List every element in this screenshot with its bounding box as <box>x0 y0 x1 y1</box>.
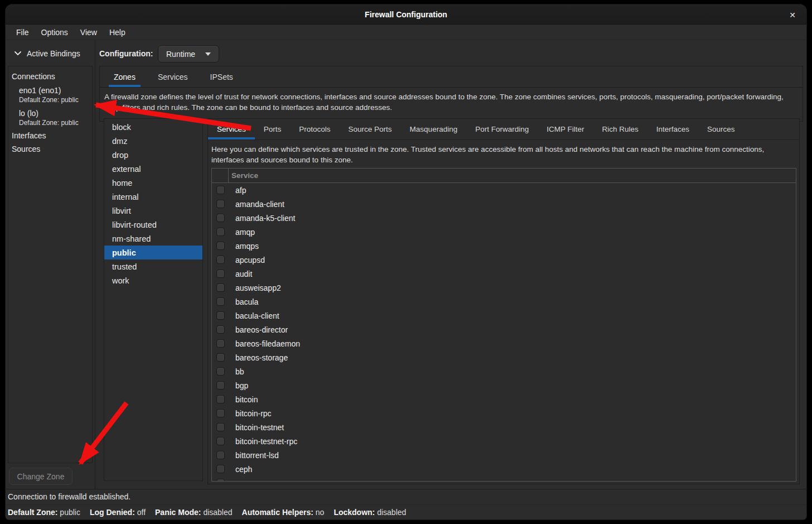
service-checkbox[interactable] <box>216 479 225 482</box>
service-checkbox[interactable] <box>216 353 225 362</box>
configuration-value: Runtime <box>166 50 195 59</box>
menubar: FileOptionsViewHelp <box>6 25 806 40</box>
zone-list-item[interactable]: dmz <box>104 134 202 148</box>
table-row[interactable]: ausweisapp2 <box>212 281 796 295</box>
table-row[interactable]: amanda-client <box>212 197 796 211</box>
service-name: bb <box>235 367 244 376</box>
connection-item[interactable]: lo (lo) Default Zone: public <box>19 108 92 129</box>
zone-list-item[interactable]: work <box>104 273 202 287</box>
table-row[interactable]: bareos-director <box>212 323 796 336</box>
connection-item[interactable]: eno1 (eno1) Default Zone: public <box>19 85 92 106</box>
service-name: bitcoin-rpc <box>235 409 272 418</box>
service-checkbox[interactable] <box>216 423 225 431</box>
table-row[interactable]: bitcoin <box>212 392 796 406</box>
zone-settings-tab[interactable]: ICMP Filter <box>538 119 593 140</box>
service-checkbox[interactable] <box>216 381 225 390</box>
status-field: Automatic Helpers: no <box>242 508 325 517</box>
zone-list-item[interactable]: nm-shared <box>104 232 202 246</box>
service-checkbox[interactable] <box>216 395 225 403</box>
menu-item[interactable]: Help <box>103 26 132 39</box>
zone-list-item[interactable]: trusted <box>104 259 202 273</box>
menu-item[interactable]: File <box>10 26 35 39</box>
service-checkbox[interactable] <box>216 465 225 473</box>
active-bindings-expander[interactable]: Active Bindings <box>14 49 80 58</box>
zone-settings-tab[interactable]: Services <box>208 119 255 140</box>
tree-item-interfaces[interactable]: Interfaces <box>12 129 92 142</box>
service-checkbox[interactable] <box>216 437 225 445</box>
table-row[interactable]: apcupsd <box>212 253 796 267</box>
zone-settings-tab[interactable]: Port Forwarding <box>466 119 538 140</box>
menu-item[interactable]: Options <box>35 26 74 39</box>
table-row[interactable]: bareos-filedaemon <box>212 336 796 350</box>
change-zone-button[interactable]: Change Zone <box>9 468 72 485</box>
active-bindings-label: Active Bindings <box>27 49 80 58</box>
titlebar[interactable]: Firewall Configuration ✕ <box>6 4 806 25</box>
zone-settings-tab-label: Sources <box>707 125 735 133</box>
zone-settings-tab[interactable]: Protocols <box>290 119 339 140</box>
status-field-value: disabled <box>203 508 232 517</box>
table-row[interactable]: bacula-client <box>212 309 796 323</box>
service-checkbox[interactable] <box>216 228 225 236</box>
zone-list-item[interactable]: internal <box>104 190 202 204</box>
service-checkbox[interactable] <box>216 297 225 306</box>
zone-settings-tab[interactable]: Rich Rules <box>593 119 647 140</box>
service-checkbox[interactable] <box>216 256 225 264</box>
close-icon[interactable]: ✕ <box>786 9 799 21</box>
connection-name[interactable]: lo (lo) <box>19 108 92 119</box>
service-checkbox[interactable] <box>216 214 225 222</box>
service-checkbox[interactable] <box>216 200 225 208</box>
dropdown-caret-icon <box>205 52 211 56</box>
services-table-body: afp amanda-client amanda-k5-client <box>212 183 796 476</box>
service-checkbox[interactable] <box>216 325 225 334</box>
service-checkbox[interactable] <box>216 311 225 320</box>
table-row[interactable]: bitcoin-rpc <box>212 406 796 420</box>
table-row[interactable]: bacula <box>212 295 796 309</box>
tree-item-connections[interactable]: Connections <box>12 70 92 83</box>
table-row[interactable]: afp <box>212 183 796 197</box>
tree-item-sources[interactable]: Sources <box>12 142 92 156</box>
service-checkbox[interactable] <box>216 367 225 376</box>
zone-settings-tab[interactable]: Source Ports <box>340 119 401 140</box>
table-row[interactable]: bittorrent-lsd <box>212 448 796 462</box>
service-checkbox[interactable] <box>216 451 225 459</box>
zone-list-item[interactable]: public <box>104 246 202 259</box>
zone-list-item[interactable]: external <box>104 162 202 176</box>
table-row[interactable]: bareos-storage <box>212 350 796 364</box>
zone-list-item[interactable]: libvirt <box>104 204 202 218</box>
zone-settings-tab[interactable]: Masquerading <box>401 119 467 140</box>
table-row[interactable]: amanda-k5-client <box>212 211 796 225</box>
table-row[interactable]: bitcoin-testnet-rpc <box>212 434 796 448</box>
table-row[interactable]: amqps <box>212 239 796 253</box>
zone-list-item[interactable]: home <box>104 176 202 190</box>
main-tab[interactable]: Services <box>153 66 193 87</box>
table-row-partial[interactable] <box>212 476 796 482</box>
connection-name[interactable]: eno1 (eno1) <box>19 85 92 96</box>
service-checkbox[interactable] <box>216 339 225 348</box>
menu-item[interactable]: View <box>74 26 103 39</box>
service-checkbox[interactable] <box>216 283 225 292</box>
service-checkbox[interactable] <box>216 186 225 194</box>
table-row[interactable]: audit <box>212 267 796 281</box>
zone-settings-tab[interactable]: Sources <box>698 119 744 140</box>
table-row[interactable]: ceph <box>212 462 796 476</box>
main-tab[interactable]: IPSets <box>205 66 238 87</box>
status-field-label: Log Denied: <box>90 508 135 517</box>
configuration-dropdown[interactable]: Runtime <box>158 45 219 63</box>
services-table-header[interactable]: Service <box>212 169 796 183</box>
service-name: bitcoin-testnet-rpc <box>235 437 297 446</box>
zone-settings-tab[interactable]: Interfaces <box>647 119 698 140</box>
zone-list-item[interactable]: libvirt-routed <box>104 218 202 232</box>
zone-list-item[interactable]: drop <box>104 148 202 162</box>
service-checkbox[interactable] <box>216 409 225 417</box>
table-row[interactable]: bgp <box>212 378 796 392</box>
zone-settings-tab[interactable]: Ports <box>255 119 291 140</box>
table-row[interactable]: bitcoin-testnet <box>212 420 796 434</box>
service-checkbox[interactable] <box>216 242 225 250</box>
table-row[interactable]: amqp <box>212 225 796 239</box>
table-row[interactable]: bb <box>212 364 796 378</box>
main-tab[interactable]: Zones <box>109 66 141 87</box>
service-name: bareos-storage <box>235 353 288 362</box>
zone-list-item[interactable]: block <box>104 120 202 134</box>
service-checkbox[interactable] <box>216 270 225 278</box>
service-name: amqp <box>235 228 255 237</box>
